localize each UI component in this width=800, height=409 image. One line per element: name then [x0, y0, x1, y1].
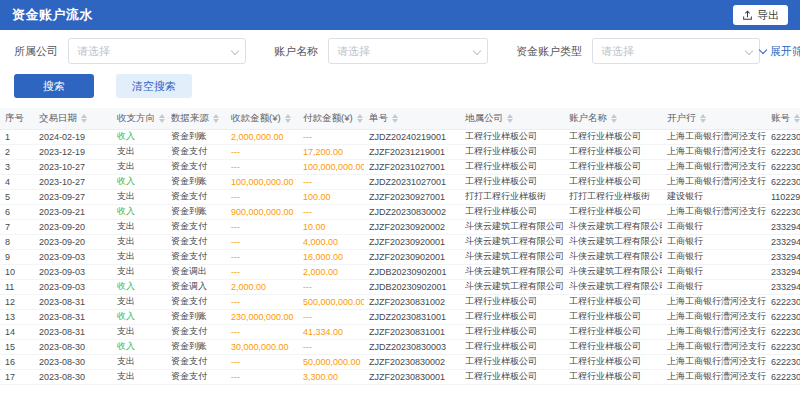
- sort-icon[interactable]: [213, 114, 219, 123]
- cell-bank: 上海工商银行漕河泾支行: [662, 339, 766, 354]
- cell-direction: 支出: [112, 249, 166, 264]
- cell-company: 斗侠云建筑工程有限公司: [460, 234, 564, 249]
- cell-account-name: 工程行业样板公司: [564, 204, 662, 219]
- flow-table: 序号交易日期收支方向数据来源收款金额(¥)付款金额(¥)单号地属公司账户名称开户…: [0, 108, 800, 385]
- cell-source: 资金支付: [166, 324, 226, 339]
- cell-income-amount: ---: [226, 354, 298, 369]
- account-type-select[interactable]: 请选择: [592, 38, 760, 64]
- table-row[interactable]: 172023-08-30支出资金支付---3,300.00ZJZF2023083…: [0, 369, 800, 384]
- column-header-7[interactable]: 地属公司: [460, 108, 564, 129]
- expand-filters-label: 展开筛选: [770, 44, 800, 59]
- cell-index: 14: [0, 324, 34, 339]
- cell-direction: 支出: [112, 144, 166, 159]
- company-select[interactable]: 请选择: [68, 38, 246, 64]
- sort-icon[interactable]: [700, 114, 706, 123]
- search-button[interactable]: 搜索: [14, 74, 94, 98]
- cell-index: 2: [0, 144, 34, 159]
- column-header-2[interactable]: 收支方向: [112, 108, 166, 129]
- sort-icon[interactable]: [611, 114, 617, 123]
- cell-order-no: ZJDZ20230831001: [364, 309, 460, 324]
- cell-order-no: ZJDZ20230830003: [364, 339, 460, 354]
- column-header-8[interactable]: 账户名称: [564, 108, 662, 129]
- cell-account-no: 11022982: [766, 189, 800, 204]
- cell-bank: 上海工商银行漕河泾支行: [662, 204, 766, 219]
- cell-index: 6: [0, 204, 34, 219]
- cell-index: 17: [0, 369, 34, 384]
- flow-table-wrapper: 序号交易日期收支方向数据来源收款金额(¥)付款金额(¥)单号地属公司账户名称开户…: [0, 108, 800, 385]
- column-header-4[interactable]: 收款金额(¥): [226, 108, 298, 129]
- table-row[interactable]: 92023-09-03支出资金支付---16,000.00ZJZF2023090…: [0, 249, 800, 264]
- chevron-down-icon: [231, 47, 239, 55]
- cell-index: 12: [0, 294, 34, 309]
- column-label: 付款金额(¥): [303, 112, 353, 125]
- cell-income-amount: 100,000,000.00: [226, 174, 298, 189]
- cell-direction: 支出: [112, 234, 166, 249]
- cell-company: 工程行业样板公司: [460, 159, 564, 174]
- cell-company: 工程行业样板公司: [460, 174, 564, 189]
- cell-order-no: ZJDB20230902001: [364, 279, 460, 294]
- column-header-1[interactable]: 交易日期: [34, 108, 112, 129]
- expand-filters-link[interactable]: 展开筛选: [760, 44, 800, 59]
- table-row[interactable]: 152023-08-30收入资金到账30,000,000.00---ZJDZ20…: [0, 339, 800, 354]
- cell-income-amount: 900,000,000.00: [226, 204, 298, 219]
- export-button[interactable]: 导出: [733, 5, 788, 25]
- table-row[interactable]: 82023-09-20支出资金支付---4,000.00ZJZF20230920…: [0, 234, 800, 249]
- table-row[interactable]: 22023-12-19支出资金支付---17,200.00ZJZF2023121…: [0, 144, 800, 159]
- cell-bank: 上海工商银行漕河泾支行: [662, 354, 766, 369]
- cell-direction: 支出: [112, 324, 166, 339]
- cell-source: 资金支付: [166, 294, 226, 309]
- table-row[interactable]: 12024-02-19收入资金到账2,000,000.00---ZJDZ2024…: [0, 129, 800, 144]
- table-row[interactable]: 132023-08-31收入资金到账230,000,000.00---ZJDZ2…: [0, 309, 800, 324]
- cell-source: 资金到账: [166, 309, 226, 324]
- column-label: 交易日期: [39, 112, 77, 125]
- table-row[interactable]: 122023-08-31支出资金支付---500,000,000.00ZJZF2…: [0, 294, 800, 309]
- column-header-6[interactable]: 单号: [364, 108, 460, 129]
- table-row[interactable]: 112023-09-03收入资金调入2,000.00---ZJDB2023090…: [0, 279, 800, 294]
- table-row[interactable]: 142023-08-31支出资金支付---41,334.00ZJZF202308…: [0, 324, 800, 339]
- cell-index: 11: [0, 279, 34, 294]
- cell-bank: 工商银行: [662, 234, 766, 249]
- table-row[interactable]: 42023-10-27收入资金到账100,000,000.00---ZJDZ20…: [0, 174, 800, 189]
- table-row[interactable]: 162023-08-30支出资金支付---50,000,000.00ZJZF20…: [0, 354, 800, 369]
- sort-icon[interactable]: [285, 114, 291, 123]
- column-header-3[interactable]: 数据来源: [166, 108, 226, 129]
- cell-income-amount: ---: [226, 294, 298, 309]
- cell-payment-amount: ---: [298, 279, 364, 294]
- cell-account-name: 工程行业样板公司: [564, 324, 662, 339]
- cell-date: 2023-09-03: [34, 249, 112, 264]
- table-row[interactable]: 102023-09-03支出资金调出---2,000.00ZJDB2023090…: [0, 264, 800, 279]
- cell-payment-amount: 100,000,000.00: [298, 159, 364, 174]
- account-name-select[interactable]: 请选择: [328, 38, 488, 64]
- cell-payment-amount: ---: [298, 174, 364, 189]
- cell-date: 2023-08-30: [34, 369, 112, 384]
- cell-payment-amount: 50,000,000.00: [298, 354, 364, 369]
- column-header-10[interactable]: 账号: [766, 108, 800, 129]
- sort-icon[interactable]: [392, 114, 398, 123]
- clear-search-button[interactable]: 清空搜索: [116, 74, 192, 98]
- cell-source: 资金调出: [166, 264, 226, 279]
- table-row[interactable]: 52023-09-27支出资金支付---100.00ZJZF2023092700…: [0, 189, 800, 204]
- table-row[interactable]: 62023-09-21收入资金到账900,000,000.00---ZJDZ20…: [0, 204, 800, 219]
- sort-icon[interactable]: [81, 114, 87, 123]
- sort-icon[interactable]: [357, 114, 363, 123]
- cell-account-no: 62223011: [766, 309, 800, 324]
- cell-bank: 上海工商银行漕河泾支行: [662, 324, 766, 339]
- cell-direction: 收入: [112, 279, 166, 294]
- cell-index: 3: [0, 159, 34, 174]
- cell-account-name: 工程行业样板公司: [564, 369, 662, 384]
- cell-bank: 上海工商银行漕河泾支行: [662, 294, 766, 309]
- table-row[interactable]: 32023-10-27支出资金支付---100,000,000.00ZJZF20…: [0, 159, 800, 174]
- sort-icon[interactable]: [794, 114, 800, 123]
- cell-income-amount: ---: [226, 324, 298, 339]
- column-header-9[interactable]: 开户行: [662, 108, 766, 129]
- cell-direction: 支出: [112, 189, 166, 204]
- column-header-5[interactable]: 付款金额(¥): [298, 108, 364, 129]
- cell-date: 2024-02-19: [34, 129, 112, 144]
- sort-icon[interactable]: [507, 114, 513, 123]
- cell-bank: 上海工商银行漕河泾支行: [662, 369, 766, 384]
- cell-date: 2023-08-31: [34, 309, 112, 324]
- cell-source: 资金到账: [166, 339, 226, 354]
- sort-icon[interactable]: [159, 114, 165, 123]
- cell-account-no: 62223011: [766, 144, 800, 159]
- table-row[interactable]: 72023-09-20支出资金支付---10.00ZJZF20230920002…: [0, 219, 800, 234]
